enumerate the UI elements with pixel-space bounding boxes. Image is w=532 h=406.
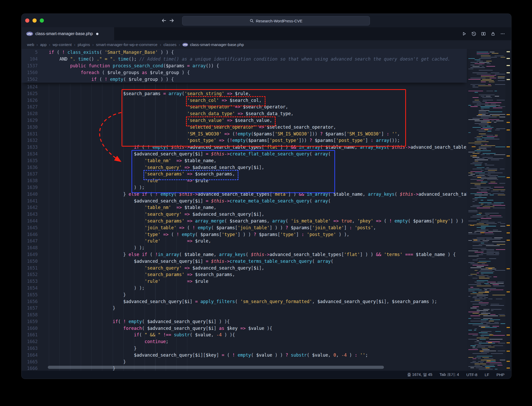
status-cursor-position[interactable]: 줄 1674, 열 45 (407, 372, 432, 377)
status-eol[interactable]: LF (485, 372, 489, 377)
split-editor-button[interactable] (481, 31, 486, 36)
line-number[interactable]: 1644 (22, 218, 38, 225)
status-indentation[interactable]: Tab 크기: 4 (440, 372, 459, 377)
line-number[interactable]: 1634 (22, 151, 38, 158)
line-number[interactable]: 1633 (22, 144, 38, 151)
code-line[interactable]: 1637 'search_params' => $search_params, (22, 171, 467, 178)
minimap[interactable] (467, 49, 505, 371)
tab-class-smart-manager-base[interactable]: php class-smart-manager-base.php (22, 27, 115, 40)
code-line[interactable]: 1661 if( " && " !== substr( $value, -4 )… (22, 332, 467, 338)
line-number[interactable]: 1636 (22, 164, 38, 171)
line-number[interactable]: 1661 (22, 332, 38, 338)
code-line[interactable]: 1650 $advanced_search_query[$i] = $this-… (22, 258, 467, 265)
title-bar[interactable]: Research-WordPress-CVE (22, 14, 511, 27)
code-line[interactable]: 1630 'selected_search_operator' => $sele… (22, 124, 467, 131)
lock-button[interactable] (490, 31, 496, 36)
code-line[interactable]: 1663 } (22, 345, 467, 352)
code-line[interactable]: 1647 'rule' => $rule, (22, 238, 467, 245)
line-number[interactable]: 1635 (22, 158, 38, 164)
line-number[interactable]: 1560 (22, 69, 38, 76)
line-number[interactable]: 1654 (22, 285, 38, 292)
code-line[interactable]: 1627 'search_operator' => $search_operat… (22, 104, 467, 110)
line-number[interactable]: 1653 (22, 278, 38, 285)
code-line[interactable]: 104 AND ". time() ." = ". time(); // Add… (22, 56, 467, 62)
code-line[interactable]: 1632 'post_type' => (!empty($params['pos… (22, 137, 467, 144)
status-encoding[interactable]: UTF-8 (466, 372, 477, 377)
status-language-mode[interactable]: PHP (496, 372, 504, 377)
code-line[interactable]: 1624 (22, 84, 467, 90)
code-line[interactable]: 1655 } (22, 292, 467, 298)
line-number[interactable]: 1666 (22, 365, 38, 371)
forward-button[interactable] (169, 17, 175, 24)
minimize-button[interactable] (32, 18, 37, 23)
code-line[interactable]: 1631 'SM_IS_WOO30' => (!empty($params['S… (22, 131, 467, 137)
code-line[interactable]: 1560 foreach ( $rule_groups as $rule_gro… (22, 69, 467, 76)
code-line[interactable]: 1665 } (22, 359, 467, 365)
breadcrumb-item[interactable]: classes (163, 42, 176, 47)
close-button[interactable] (25, 18, 29, 23)
back-button[interactable] (161, 17, 167, 24)
code-line[interactable]: 1562 if ( ! empty( $rule_group ) ) { (22, 76, 467, 83)
line-number[interactable]: 1662 (22, 338, 38, 345)
code-line[interactable]: 1649 } else if ( !in_array( $table_name,… (22, 251, 467, 258)
breadcrumb-item[interactable]: smart-manager-for-wp-e-commerce (96, 42, 157, 47)
code-line[interactable]: 1642 'table_nm' => $table_name, (22, 204, 467, 211)
line-number[interactable]: 1537 (22, 62, 38, 69)
line-number[interactable]: 1660 (22, 325, 38, 332)
code-line[interactable]: 1633 if ( ! empty( $this->advanced_searc… (22, 144, 467, 151)
line-number[interactable]: 1625 (22, 90, 38, 97)
line-number[interactable]: 1642 (22, 204, 38, 211)
line-number[interactable]: 1656 (22, 298, 38, 305)
code-line[interactable]: 1646 'type' => ( ! empty( $params['type'… (22, 231, 467, 238)
zoom-button[interactable] (40, 18, 44, 23)
run-button[interactable] (462, 31, 467, 36)
line-number[interactable]: 1646 (22, 231, 38, 238)
code-line[interactable]: 1629 'search_value' => $search_value, (22, 117, 467, 124)
line-number[interactable]: 104 (22, 56, 38, 62)
line-number[interactable]: 1626 (22, 97, 38, 104)
history-button[interactable] (471, 31, 476, 36)
line-number[interactable]: 1655 (22, 292, 38, 298)
code-line[interactable]: 1648 ) ); (22, 245, 467, 251)
code-line[interactable]: 1636 'search_query' => $advanced_search_… (22, 164, 467, 171)
line-number[interactable]: 1640 (22, 191, 38, 198)
line-number[interactable]: 1663 (22, 345, 38, 352)
line-number[interactable]: 1650 (22, 258, 38, 265)
line-number[interactable]: 1645 (22, 225, 38, 231)
code-line[interactable]: 1653 'rule' => $rule (22, 278, 467, 285)
code-line[interactable]: 1664 $advanced_search_query[$i][$key] = … (22, 352, 467, 359)
line-number[interactable]: 1648 (22, 245, 38, 251)
line-number[interactable]: 1652 (22, 271, 38, 278)
line-number[interactable]: 1647 (22, 238, 38, 245)
breadcrumb-item[interactable]: wp-content (53, 42, 72, 47)
code-line[interactable]: 1656 $advanced_search_query[$i] = apply_… (22, 298, 467, 305)
line-number[interactable]: 1651 (22, 265, 38, 272)
code-line[interactable]: 1537 public function process_search_cond… (22, 62, 467, 69)
line-number[interactable]: 1631 (22, 131, 38, 137)
line-number[interactable]: 1665 (22, 359, 38, 365)
line-number[interactable]: 1658 (22, 312, 38, 318)
line-number[interactable]: 1641 (22, 198, 38, 205)
code-line[interactable]: 1628 'search_data_type' => $search_data_… (22, 110, 467, 117)
line-number[interactable]: 1664 (22, 352, 38, 359)
line-number[interactable]: 1659 (22, 318, 38, 325)
breadcrumb-item[interactable]: app (40, 42, 47, 47)
code-line[interactable]: 1657 } (22, 305, 467, 312)
line-number[interactable]: 1624 (22, 84, 38, 90)
line-number[interactable]: 1643 (22, 211, 38, 218)
horizontal-scrollbar[interactable] (48, 366, 384, 369)
line-number[interactable]: 1630 (22, 124, 38, 131)
line-number[interactable]: 1638 (22, 178, 38, 184)
line-number[interactable]: 1627 (22, 104, 38, 110)
command-center[interactable]: Research-WordPress-CVE (182, 16, 370, 25)
breadcrumb-item[interactable]: plugins (78, 42, 90, 47)
code-line[interactable]: 1651 'search_query' => $advanced_search_… (22, 265, 467, 272)
code-line[interactable]: 1643 'search_query' => $advanced_search_… (22, 211, 467, 218)
code-line[interactable]: 1626 'search_col' => $search_col, (22, 97, 467, 104)
editor[interactable]: 16241625 $search_params = array('search_… (22, 49, 511, 371)
code-line[interactable]: 1660 foreach( $advanced_search_query[$i]… (22, 325, 467, 332)
code-line[interactable]: 1635 'table_nm' => $table_name, (22, 158, 467, 164)
code-line[interactable]: 1662 continue; (22, 338, 467, 345)
code-line[interactable]: 1638 'rule' => $rule (22, 178, 467, 184)
code-line[interactable]: 1639 ) ); (22, 184, 467, 191)
